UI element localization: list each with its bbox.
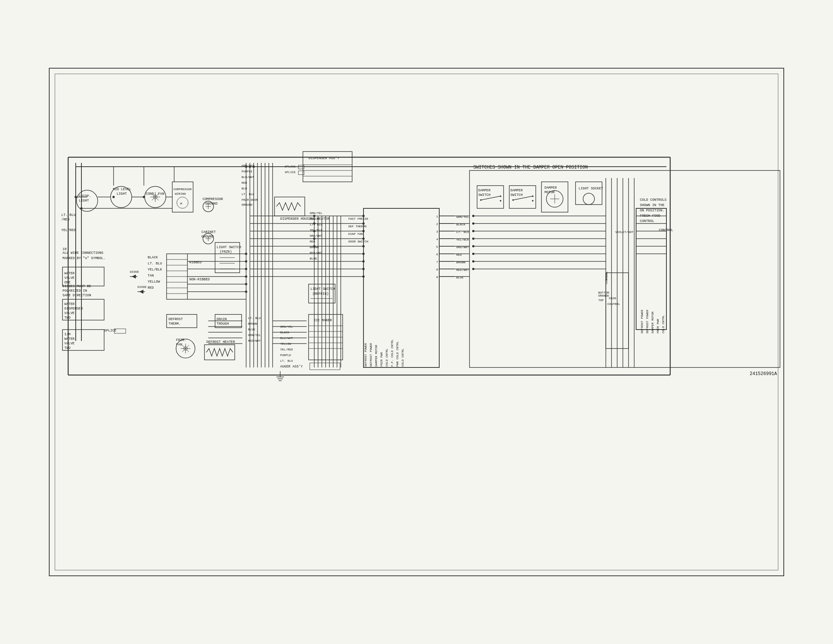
wiring-diagram-svg: CRISP. LIGHT MID LEVEL LIGHT COND. FAN C… — [38, 57, 795, 587]
svg-rect-1 — [55, 74, 778, 570]
svg-point-126 — [249, 166, 251, 168]
cold-controls-note: COLD CONTROLS — [640, 198, 666, 202]
water-valve-one-label2: VALVE — [64, 276, 75, 280]
svg-point-200 — [362, 275, 365, 278]
svg-point-189 — [245, 275, 247, 278]
frzr-control-text2: CONTROL — [607, 302, 620, 306]
svg-point-190 — [245, 283, 247, 285]
diagram-container: CRISP. LIGHT MID LEVEL LIGHT COND. FAN C… — [0, 0, 833, 644]
wire-blue-c: BLUE — [310, 257, 317, 260]
cb-evap-fan: EVAP FAN — [348, 232, 363, 236]
water-valve-one-label3: ONE — [64, 281, 71, 285]
svg-point-198 — [362, 260, 365, 262]
wire-blu-d: BLU — [241, 187, 247, 190]
wire-blue-bot: BLUE — [248, 328, 255, 331]
cb-cold-cntrl-r: COLD CNTRL — [661, 315, 665, 333]
wire-red-wht-bot: RED/WHT — [248, 339, 261, 343]
svg-point-187 — [245, 260, 247, 262]
crisp-light-label: CRISP. — [79, 194, 91, 198]
svg-point-199 — [362, 268, 365, 270]
svg-point-125 — [245, 166, 247, 168]
top-label: TOP — [598, 298, 604, 302]
svg-rect-88 — [363, 208, 439, 367]
pin-4: 4 — [436, 238, 438, 241]
damper-switch1-label2: SWITCH — [478, 193, 490, 197]
svg-point-197 — [362, 253, 365, 255]
damper-motor-label2: MOTOR — [545, 190, 555, 194]
marker-10: 10 — [63, 247, 67, 251]
switches-note: SWITCHES SHOWN IN THE DAMPER OPEN POSITI… — [473, 165, 588, 170]
wire-frzr-ground: FRZR DOOR — [241, 198, 258, 201]
svg-point-188 — [245, 268, 247, 270]
wire-red-d: RED — [241, 181, 247, 185]
compressor-motor: M — [180, 202, 182, 205]
svg-point-186 — [245, 253, 247, 255]
cold-controls-note3: ON POSITION. — [640, 209, 664, 213]
svg-point-191 — [245, 291, 247, 293]
wire-lt-blu-d: LT. BLU — [241, 192, 254, 196]
svg-point-102 — [500, 200, 501, 201]
svg-rect-70 — [275, 197, 305, 216]
cb-fast-freeze: FAST FREEZE — [348, 217, 368, 221]
wire-frzr-ground2: GROUND — [241, 203, 252, 206]
cabinet-ground-label: CABINET — [201, 230, 216, 234]
damper-motor-label: DAMPER — [545, 186, 557, 190]
compressor-label: COMPRESSOR — [174, 188, 191, 191]
doc-number: 241526991A — [750, 371, 777, 377]
cb-defrost-power-r: DEFROST POWER — [640, 309, 644, 333]
wire-violet-wht: VIOLET/WHT — [615, 230, 634, 234]
light-socket-label: LIGHT SOCKET — [579, 187, 603, 190]
cb-frzr-pwr: FRZR PWR — [380, 352, 383, 367]
crisp-light-label2: LIGHT — [79, 199, 89, 203]
cb-ff-cold-cntrl: F.F. COLD CNTRL — [391, 340, 394, 367]
water-disp-valve-label3: VALVE — [64, 311, 75, 315]
wire-grn-yel-bot: GRN/YEL — [248, 333, 261, 337]
drain-trough-label2: TROUGH — [217, 322, 229, 326]
pin-6: 6 — [436, 253, 438, 256]
cb-damper-motor-r: DAMPER MOTOR — [651, 311, 654, 333]
svg-point-194 — [362, 230, 365, 232]
wire-purple-d: PURPLE — [241, 170, 252, 173]
water-disp-valve-label: WATER — [64, 302, 75, 306]
compressor-label2: WIRING — [175, 192, 186, 195]
svg-point-101 — [480, 199, 482, 201]
compressor-ground-label: COMPRESSOR — [203, 197, 224, 201]
wire-yellow: YELLOW — [148, 280, 160, 284]
auger-assy-label: AUGER ASS'Y — [280, 365, 303, 369]
frzr-control-label2: CONTROL — [605, 271, 608, 284]
damper-switch1-label: DAMPER — [478, 188, 491, 192]
svg-point-107 — [532, 200, 534, 201]
svg-point-202 — [472, 222, 474, 225]
wire-tan: TAN — [148, 274, 154, 278]
cb-defrost-power2: DEFROST POWER — [369, 343, 373, 367]
water-valve-one-label: WATER — [64, 272, 75, 275]
svg-point-192 — [362, 215, 365, 217]
svg-point-205 — [472, 245, 474, 247]
light-switch-refrig-label: LIGHT SWITCH — [310, 287, 335, 291]
im-water-valve-label: I/M — [64, 333, 71, 336]
ice-maker-label: ICE MAKER — [314, 319, 332, 322]
light-switch-refrig-label2: (REFRIG) — [312, 292, 329, 296]
frzr-control-text: FRZR — [609, 296, 616, 300]
wire-black-c: BLACK — [310, 217, 319, 221]
im-water-valve-label3: VALVE — [64, 342, 75, 346]
cb-damper-motor: DAMPER MOTOR — [375, 345, 378, 367]
wire-grn-yel-c: GRN/YEL — [310, 211, 323, 215]
diagram-wrapper: CRISP. LIGHT MID LEVEL LIGHT COND. FAN C… — [38, 57, 795, 587]
wire-org-wht-c: ORG/WHT — [310, 234, 323, 238]
pin-2: 2 — [436, 222, 438, 226]
svg-point-206 — [472, 253, 474, 255]
svg-point-106 — [512, 199, 514, 201]
damper-switch2-label2: SWITCH — [510, 193, 523, 197]
diodes-note: DIODES MUST BE — [63, 285, 91, 288]
defrost-therm-label: DEFROST — [169, 317, 183, 321]
svg-point-103 — [500, 195, 501, 197]
pin-8: 8 — [436, 268, 438, 271]
svg-point-178 — [313, 222, 315, 225]
svg-rect-0 — [49, 68, 784, 576]
pin-5: 5 — [436, 245, 438, 248]
wire-red-c: RED — [148, 286, 154, 290]
wire-blu-wht-d: BLU/WHT — [241, 175, 254, 179]
svg-point-179 — [313, 230, 315, 232]
mid-level-light-label2: LIGHT — [117, 192, 127, 196]
